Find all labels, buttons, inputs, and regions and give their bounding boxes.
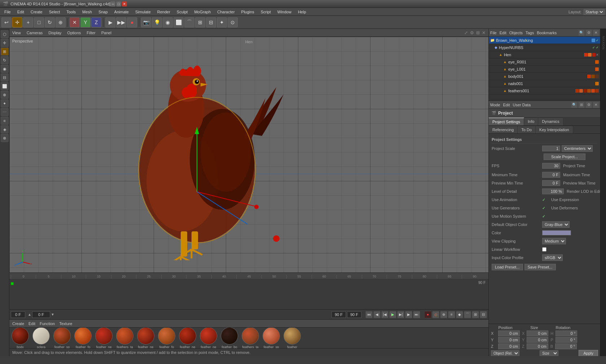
tl-keyframe[interactable]: ◆ (456, 311, 463, 318)
material-feathers-ta1[interactable]: feathers_ta (115, 328, 134, 348)
toolbar-play[interactable]: ▶ (105, 17, 115, 27)
om-search-btn[interactable]: 🔍 (579, 30, 584, 36)
timeline-current-frame[interactable]: 0 F (32, 311, 50, 318)
menu-tools[interactable]: Tools (63, 9, 79, 15)
ps-check-use-motion[interactable]: ✓ (542, 214, 545, 219)
toolbar-new-obj[interactable]: + (23, 17, 33, 27)
toolbar-z[interactable]: Z (91, 17, 101, 27)
menu-sculpt[interactable]: Sculpt (174, 9, 191, 15)
om-settings-btn[interactable]: ⚙ (586, 30, 592, 36)
toolbar-move[interactable]: ✛ (12, 17, 22, 27)
tab-todo[interactable]: To Do (518, 126, 536, 133)
lt-sculpt[interactable]: ⋯ (1, 108, 9, 116)
ps-input-project-scale[interactable] (542, 146, 560, 151)
coords-object-rel-select[interactable]: Object (Rel. World (491, 350, 519, 356)
coord-pos-z[interactable] (498, 343, 520, 349)
material-feather-ne1[interactable]: feather_ne (95, 328, 113, 348)
ps-color-swatch[interactable] (542, 230, 571, 235)
lt-move[interactable]: ✛ (1, 39, 9, 47)
coord-pos-y[interactable] (498, 337, 520, 343)
toolbar-record[interactable]: ● (127, 17, 137, 27)
vp-menu-display[interactable]: Display (48, 31, 61, 35)
lt-align[interactable]: ⊗ (1, 134, 9, 142)
toolbar-bend[interactable]: ⌒ (184, 17, 194, 27)
timeline-play-head[interactable] (11, 282, 14, 285)
menu-plugins[interactable]: Plugins (238, 9, 257, 15)
obj-row-brown-hen[interactable]: 📁 Brown_Hen_Walking ✓ (489, 37, 600, 44)
lt-points[interactable]: ◉ (1, 65, 9, 73)
obj-row-nails[interactable]: ▲ nails001 (489, 80, 600, 87)
menu-snap[interactable]: Snap (96, 9, 111, 15)
ps-input-min-time[interactable] (542, 172, 560, 178)
tl-curves[interactable]: ⌒ (464, 311, 471, 318)
toolbar-y[interactable]: Y (80, 17, 91, 27)
vp-menu-cameras[interactable]: Cameras (27, 31, 43, 35)
tl-goto-end[interactable]: ⏭ (413, 311, 420, 318)
menu-help[interactable]: Help (295, 9, 309, 15)
material-feather-fo1[interactable]: feather_fo (74, 328, 92, 348)
toolbar-array[interactable]: ⊞ (195, 17, 205, 27)
tl-prev-frame[interactable]: ◀ (373, 311, 381, 318)
ps-select-scale-unit[interactable]: Centimeters Meters Inches (562, 145, 593, 152)
toolbar-camera[interactable]: 📷 (141, 17, 151, 27)
material-feather-ne3[interactable]: feather_ne (178, 328, 197, 348)
ps-save-preset-btn[interactable]: Save Preset... (524, 264, 556, 270)
tl-record-key[interactable]: ● (424, 311, 431, 318)
ps-check-use-gen[interactable]: ✓ (542, 206, 545, 210)
menu-animate[interactable]: Animate (111, 9, 132, 15)
ps-input-lod[interactable] (542, 188, 564, 194)
minimize-button[interactable]: ─ (110, 1, 115, 6)
lt-uv[interactable]: ⊕ (1, 91, 9, 99)
lt-edges[interactable]: ⊟ (1, 74, 9, 81)
timeline-current-frame-left[interactable]: 0 F (11, 311, 25, 318)
tl-motion-path[interactable]: ⊕ (440, 311, 447, 318)
timeline-end-time[interactable]: 90 F (331, 311, 346, 318)
vp-menu-view[interactable]: View (12, 31, 21, 35)
material-feather-bo2[interactable]: feather (283, 328, 302, 348)
coord-pos-x[interactable] (498, 330, 520, 336)
attr-search-btn[interactable]: 🔍 (571, 102, 577, 108)
attr-close-btn[interactable]: ✕ (593, 102, 599, 108)
mat-menu-create[interactable]: Create (12, 321, 24, 326)
vp-icon-expand[interactable]: ⤢ (464, 30, 468, 35)
attr-layout-btn[interactable]: ⊞ (579, 102, 584, 108)
attr-menu-userdata[interactable]: User Data (513, 103, 531, 107)
lt-hair[interactable]: ≡ (1, 117, 9, 125)
menu-mograph[interactable]: MoGraph (191, 9, 214, 15)
timeline-end-frame[interactable]: 90 F (347, 311, 361, 318)
material-sclera[interactable]: sclera (32, 328, 50, 348)
coord-rot-h[interactable] (556, 330, 577, 336)
attr-menu-edit[interactable]: Edit (503, 103, 510, 107)
attr-settings-btn[interactable]: ⚙ (586, 102, 592, 108)
material-feather-ne2[interactable]: feather_ne (136, 328, 155, 348)
tl-play[interactable]: ▶ (389, 311, 396, 318)
material-feathers-ta2[interactable]: feathers_ta (241, 328, 260, 348)
toolbar-rotate[interactable]: ↻ (45, 17, 55, 27)
lt-rotate[interactable]: ↻ (1, 56, 9, 64)
menu-select[interactable]: Select (46, 9, 63, 15)
toolbar-object[interactable]: □ (34, 17, 44, 27)
ps-input-preview-min[interactable] (542, 180, 560, 186)
lt-snap[interactable]: ◈ (1, 125, 9, 133)
lt-polys[interactable]: ⬜ (1, 82, 9, 90)
tab-key-interpolation[interactable]: Key Interpolation (536, 126, 573, 133)
vp-menu-filter[interactable]: Filter (87, 31, 95, 35)
lt-paint[interactable]: ✦ (1, 99, 9, 107)
close-button[interactable]: ✕ (122, 1, 127, 6)
om-menu-bookmarks[interactable]: Bookmarks (537, 31, 557, 35)
tl-layers[interactable]: ≡ (448, 311, 455, 318)
viewport[interactable]: Perspective (9, 37, 488, 272)
timeline-body[interactable]: 90 F (9, 279, 488, 309)
toolbar-lamp[interactable]: ⊙ (228, 17, 238, 27)
layout-select[interactable]: Startup (584, 9, 605, 15)
coord-size-x[interactable] (527, 330, 548, 336)
tab-project-settings[interactable]: Project Settings (489, 117, 524, 125)
toolbar-add[interactable]: ⊕ (56, 17, 66, 27)
tl-powertracks[interactable]: ⊞ (472, 311, 479, 318)
material-body[interactable]: body (11, 328, 30, 348)
menu-simulate[interactable]: Simulate (132, 9, 154, 15)
menu-file[interactable]: File (1, 9, 14, 15)
obj-row-hypernurbs[interactable]: ◆ HyperNURBS ✓ ✓ (489, 44, 600, 51)
material-feather-sp2[interactable]: feather_sp (262, 328, 281, 348)
material-feather-ne4[interactable]: feather_ne (199, 328, 218, 348)
